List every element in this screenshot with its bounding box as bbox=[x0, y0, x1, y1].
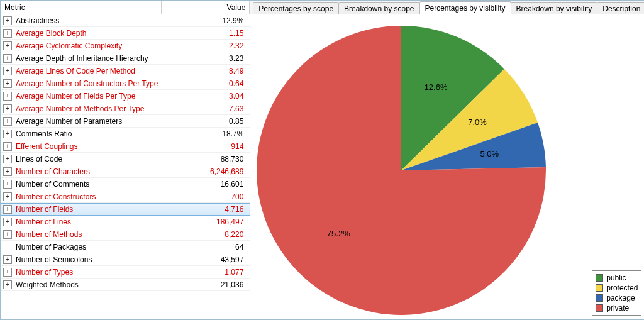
expand-icon[interactable]: + bbox=[3, 41, 12, 50]
legend-label: private bbox=[606, 303, 629, 313]
legend-swatch bbox=[596, 304, 603, 312]
legend-label: protected bbox=[606, 283, 638, 293]
tab[interactable]: Description bbox=[597, 2, 644, 14]
expand-icon[interactable]: + bbox=[3, 280, 12, 289]
metric-value: 8,220 bbox=[162, 230, 250, 239]
metric-row[interactable]: +Average Number of Constructors Per Type… bbox=[1, 77, 250, 90]
metric-row[interactable]: +Average Number of Fields Per Type3.04 bbox=[1, 90, 250, 102]
column-header-metric[interactable]: Metric bbox=[1, 1, 162, 14]
metric-row[interactable]: +Weighted Methods21,036 bbox=[1, 279, 250, 291]
legend-label: package bbox=[606, 293, 635, 303]
metric-row[interactable]: +Number of Constructors700 bbox=[1, 190, 250, 203]
expand-icon[interactable]: + bbox=[3, 167, 12, 176]
metric-value: 1,077 bbox=[162, 268, 250, 277]
tab[interactable]: Breakdown by visibility bbox=[511, 2, 598, 14]
metric-value: 21,036 bbox=[162, 280, 250, 289]
expand-icon[interactable]: + bbox=[3, 268, 12, 277]
metric-value: 3.23 bbox=[162, 54, 250, 63]
metric-row[interactable]: +Average Number of Methods Per Type7.63 bbox=[1, 102, 250, 115]
metric-value: 4,716 bbox=[162, 205, 250, 214]
metric-value: 2.32 bbox=[162, 41, 250, 50]
pie-label-package: 5.0% bbox=[480, 149, 499, 158]
metric-value: 88,730 bbox=[162, 155, 250, 163]
metric-value: 914 bbox=[162, 142, 250, 151]
metric-name: Number of Packages bbox=[12, 243, 162, 251]
expand-icon[interactable]: + bbox=[3, 218, 12, 226]
metric-name: Average Depth of Inheritance Hierarchy bbox=[12, 54, 162, 63]
pie-chart: 12.6%7.0%5.0%75.2% bbox=[250, 14, 585, 319]
metric-value: 6,246,689 bbox=[162, 167, 250, 176]
metric-name: Number of Types bbox=[12, 268, 162, 277]
column-header-value[interactable]: Value bbox=[162, 1, 250, 14]
pie-label-public: 12.6% bbox=[425, 82, 448, 92]
legend: publicprotectedpackageprivate bbox=[592, 270, 641, 316]
chart-area: 12.6%7.0%5.0%75.2% publicprotectedpackag… bbox=[250, 14, 644, 319]
metric-value: 43,597 bbox=[162, 255, 250, 264]
metric-value: 3.04 bbox=[162, 92, 250, 101]
metric-row[interactable]: +Lines of Code88,730 bbox=[1, 153, 250, 165]
expand-icon[interactable]: + bbox=[3, 155, 12, 163]
metric-name: Lines of Code bbox=[12, 155, 162, 163]
metrics-header: Metric Value bbox=[1, 1, 250, 14]
tab[interactable]: Percentages by visibility bbox=[419, 1, 511, 14]
expand-icon[interactable]: + bbox=[3, 117, 12, 126]
metric-row[interactable]: +Number of Methods8,220 bbox=[1, 228, 250, 241]
metric-name: Abstractness bbox=[12, 16, 162, 25]
legend-item: public bbox=[596, 273, 638, 283]
tab[interactable]: Percentages by scope bbox=[253, 2, 339, 14]
metrics-panel: Metric Value +Abstractness12.9%+Average … bbox=[1, 1, 250, 319]
metric-row[interactable]: +Average Block Depth1.15 bbox=[1, 27, 250, 40]
metric-name: Average Cyclomatic Complexity bbox=[12, 41, 162, 50]
metric-value: 8.49 bbox=[162, 67, 250, 75]
metric-row[interactable]: +Number of Fields4,716 bbox=[1, 203, 250, 216]
legend-swatch bbox=[596, 284, 603, 292]
expand-icon[interactable]: + bbox=[3, 192, 12, 201]
metric-value: 18.7% bbox=[162, 130, 250, 138]
metric-row[interactable]: +Number of Comments16,601 bbox=[1, 178, 250, 190]
expand-icon[interactable]: + bbox=[3, 230, 12, 239]
metric-row[interactable]: +Average Lines Of Code Per Method8.49 bbox=[1, 65, 250, 77]
expand-icon[interactable]: + bbox=[3, 130, 12, 138]
metric-value: 12.9% bbox=[162, 16, 250, 25]
metric-row[interactable]: +Comments Ratio18.7% bbox=[1, 128, 250, 140]
expand-icon[interactable]: + bbox=[3, 180, 12, 189]
metric-value: 0.85 bbox=[162, 117, 250, 126]
metric-row[interactable]: +Average Depth of Inheritance Hierarchy3… bbox=[1, 52, 250, 65]
metric-row[interactable]: +Number of Lines186,497 bbox=[1, 216, 250, 228]
metric-row[interactable]: +Efferent Couplings914 bbox=[1, 140, 250, 153]
expand-icon[interactable]: + bbox=[3, 142, 12, 151]
expand-icon[interactable]: + bbox=[3, 104, 12, 113]
metric-name: Average Lines Of Code Per Method bbox=[12, 67, 162, 75]
legend-swatch bbox=[596, 294, 603, 302]
metric-value: 0.64 bbox=[162, 79, 250, 88]
metric-row[interactable]: +Average Number of Parameters0.85 bbox=[1, 115, 250, 128]
metric-value: 186,497 bbox=[162, 218, 250, 226]
legend-item: private bbox=[596, 303, 638, 313]
metrics-body: +Abstractness12.9%+Average Block Depth1.… bbox=[1, 14, 250, 319]
expand-icon[interactable]: + bbox=[3, 29, 12, 38]
expand-icon[interactable]: + bbox=[3, 92, 12, 101]
metric-row[interactable]: +Number of Types1,077 bbox=[1, 266, 250, 279]
chart-panel: Percentages by scopeBreakdown by scopePe… bbox=[250, 1, 644, 319]
metric-row[interactable]: +Abstractness12.9% bbox=[1, 14, 250, 27]
legend-item: protected bbox=[596, 283, 638, 293]
expand-icon[interactable]: + bbox=[3, 54, 12, 63]
legend-swatch bbox=[596, 274, 603, 282]
metric-name: Comments Ratio bbox=[12, 130, 162, 138]
expand-icon[interactable]: + bbox=[3, 255, 12, 264]
expand-icon[interactable]: + bbox=[3, 16, 12, 25]
metric-name: Efferent Couplings bbox=[12, 142, 162, 151]
legend-label: public bbox=[606, 273, 626, 283]
metric-name: Number of Fields bbox=[12, 205, 162, 214]
expand-icon[interactable]: + bbox=[3, 79, 12, 88]
metric-row[interactable]: +Number of Packages64 bbox=[1, 241, 250, 253]
expand-icon[interactable]: + bbox=[3, 67, 12, 75]
metric-row[interactable]: +Number of Semicolons43,597 bbox=[1, 253, 250, 266]
tabstrip: Percentages by scopeBreakdown by scopePe… bbox=[250, 1, 644, 14]
metric-value: 16,601 bbox=[162, 180, 250, 189]
expand-icon[interactable]: + bbox=[3, 205, 12, 214]
tab[interactable]: Breakdown by scope bbox=[338, 2, 419, 14]
pie-label-private: 75.2% bbox=[327, 229, 350, 238]
metric-row[interactable]: +Number of Characters6,246,689 bbox=[1, 165, 250, 178]
metric-row[interactable]: +Average Cyclomatic Complexity2.32 bbox=[1, 40, 250, 52]
